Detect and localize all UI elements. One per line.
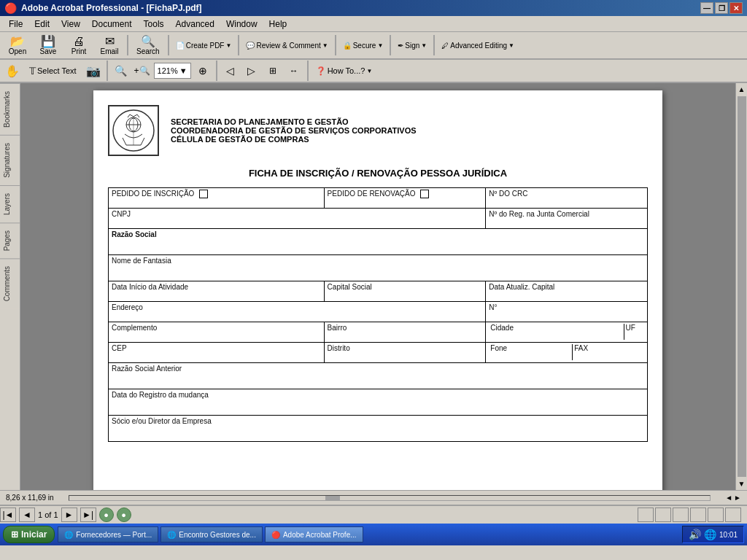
scroll-thumb[interactable] bbox=[738, 96, 746, 477]
separator-3 bbox=[238, 35, 239, 55]
scroll-up-btn[interactable]: ▲ bbox=[737, 84, 747, 95]
nav-square-2[interactable] bbox=[655, 508, 671, 522]
nav-square-1[interactable] bbox=[638, 508, 654, 522]
how-to-button[interactable]: ❓ How To...? ▼ bbox=[312, 59, 376, 82]
zoom-value: 121% bbox=[158, 66, 178, 75]
scroll-right-btn[interactable]: ► bbox=[734, 494, 741, 502]
zoom-in-button[interactable]: +🔍 bbox=[133, 62, 152, 79]
field-socio: Sócio e/ou Diretor da Empresa bbox=[109, 416, 648, 442]
scroll-left-btn[interactable]: ◄ bbox=[725, 494, 732, 502]
review-comment-button[interactable]: 💬 Review & Comment ▼ bbox=[242, 34, 331, 57]
checkbox-renovacao[interactable] bbox=[420, 190, 429, 198]
nav-square-6[interactable] bbox=[725, 508, 741, 522]
app-restore-btn[interactable]: ❐ bbox=[715, 2, 728, 14]
taskbar-item-2[interactable]: 🌐 Encontro Gestores de... bbox=[160, 526, 263, 542]
secure-button[interactable]: 🔒 Secure ▼ bbox=[339, 34, 387, 57]
menu-tools[interactable]: Tools bbox=[138, 18, 170, 31]
menu-window[interactable]: Window bbox=[220, 18, 263, 31]
app-icon: 🔴 bbox=[4, 2, 17, 14]
pdf-header: SECRETARIA DO PLANEJAMENTO E GESTÃO COOR… bbox=[108, 105, 648, 156]
separator-t2-1 bbox=[107, 61, 108, 81]
menu-advanced[interactable]: Advanced bbox=[170, 18, 220, 31]
create-pdf-button[interactable]: 📄 Create PDF ▼ bbox=[172, 34, 236, 57]
prev-page-button[interactable]: ◄ bbox=[19, 508, 35, 522]
open-button[interactable]: 📂 Open bbox=[3, 34, 32, 57]
start-button[interactable]: ⊞ Iniciar bbox=[3, 526, 55, 543]
tab-bookmarks[interactable]: Bookmarks bbox=[0, 83, 20, 135]
nav-circle-1[interactable]: ● bbox=[99, 508, 114, 522]
separator-t2-2 bbox=[216, 61, 217, 81]
app-minimize-btn[interactable]: — bbox=[700, 2, 713, 14]
email-button[interactable]: ✉ Email bbox=[95, 34, 124, 57]
search-button[interactable]: 🔍 Search bbox=[131, 34, 165, 57]
taskbar-item-3[interactable]: 🔴 Adobe Acrobat Profe... bbox=[265, 526, 363, 542]
field-cidade: Cidade bbox=[489, 324, 624, 340]
separator-4 bbox=[335, 35, 336, 55]
nav-square-5[interactable] bbox=[708, 508, 724, 522]
header-text: SECRETARIA DO PLANEJAMENTO E GESTÃO COOR… bbox=[171, 117, 417, 144]
field-pedido-inscricao: PEDIDO DE INSCRIÇÃO bbox=[109, 188, 325, 209]
title-bar: 🔴 Adobe Acrobat Professional - [FichaPJ.… bbox=[0, 0, 747, 16]
taskbar-icon-1: 🌐 bbox=[64, 531, 73, 539]
pdf-viewer[interactable]: SECRETARIA DO PLANEJAMENTO E GESTÃO COOR… bbox=[20, 83, 735, 490]
print-button[interactable]: 🖨 Print bbox=[64, 34, 93, 57]
app-close-btn[interactable]: ✕ bbox=[729, 2, 743, 14]
search-icon: 🔍 bbox=[141, 36, 155, 47]
scroll-handle[interactable] bbox=[325, 496, 340, 500]
taskbar-item-1[interactable]: 🌐 Fornecedores — Port... bbox=[58, 526, 158, 542]
zoom-fit-button[interactable]: ⊕ bbox=[193, 62, 212, 79]
menu-edit[interactable]: Edit bbox=[28, 18, 55, 31]
checkbox-inscricao[interactable] bbox=[199, 190, 208, 198]
scroll-down-btn[interactable]: ▼ bbox=[737, 478, 747, 489]
tray-icon-2: 🌐 bbox=[704, 529, 716, 540]
secondary-toolbar: ✋ 𝕋 Select Text 📷 🔍 +🔍 121% ▼ ⊕ ◁ ▷ ⊞ ↔ … bbox=[0, 60, 747, 83]
page-dimensions: 8,26 x 11,69 in bbox=[6, 494, 54, 502]
advanced-editing-button[interactable]: 🖊 Advanced Editing ▼ bbox=[438, 34, 518, 57]
form-title: FICHA DE INSCRIÇÃO / RENOVAÇÃO PESSOA JU… bbox=[108, 168, 648, 179]
save-button[interactable]: 💾 Save bbox=[34, 34, 63, 57]
field-data-inicio: Data Início da Atividade bbox=[109, 281, 325, 302]
page-prev-button[interactable]: ◁ bbox=[221, 62, 240, 79]
nav-circle-2[interactable]: ● bbox=[117, 508, 131, 522]
fit-width-button[interactable]: ↔ bbox=[285, 62, 303, 79]
horizontal-scrollbar[interactable] bbox=[69, 495, 711, 501]
last-page-button[interactable]: ►| bbox=[80, 508, 96, 522]
menu-help[interactable]: Help bbox=[263, 18, 293, 31]
sign-button[interactable]: ✒ Sign ▼ bbox=[394, 34, 430, 57]
zoom-out-button[interactable]: 🔍 bbox=[112, 62, 131, 79]
field-razao-social: Razão Social bbox=[109, 229, 648, 255]
secure-arrow: ▼ bbox=[377, 42, 383, 49]
nav-square-3[interactable] bbox=[673, 508, 689, 522]
menu-bar: File Edit View Document Tools Advanced W… bbox=[0, 16, 747, 32]
form-table: PEDIDO DE INSCRIÇÃO PEDIDO DE RENOVAÇÃO … bbox=[108, 187, 648, 442]
advanced-editing-arrow: ▼ bbox=[508, 42, 514, 49]
tab-signatures[interactable]: Signatures bbox=[0, 135, 20, 185]
taskbar-icon-3: 🔴 bbox=[271, 531, 280, 539]
separator-1 bbox=[127, 35, 128, 55]
how-to-icon: ❓ bbox=[316, 66, 326, 76]
separator-2 bbox=[168, 35, 169, 55]
nav-bar: |◄ ◄ 1 of 1 ► ►| ● ● bbox=[0, 505, 747, 524]
next-page-button[interactable]: ► bbox=[61, 508, 77, 522]
separator-6 bbox=[433, 35, 435, 55]
tab-comments[interactable]: Comments bbox=[0, 258, 20, 308]
save-icon: 💾 bbox=[41, 36, 55, 47]
nav-square-4[interactable] bbox=[690, 508, 706, 522]
fit-page-button[interactable]: ⊞ bbox=[263, 62, 282, 79]
tab-layers[interactable]: Layers bbox=[0, 185, 20, 222]
first-page-button[interactable]: |◄ bbox=[0, 508, 16, 522]
menu-file[interactable]: File bbox=[3, 18, 28, 31]
select-text-button[interactable]: 𝕋 Select Text bbox=[24, 62, 82, 79]
camera-tool-button[interactable]: 📷 bbox=[84, 62, 103, 79]
zoom-control[interactable]: 121% ▼ bbox=[154, 63, 191, 79]
print-icon: 🖨 bbox=[73, 36, 85, 47]
hand-tool-button[interactable]: ✋ bbox=[3, 62, 22, 79]
menu-view[interactable]: View bbox=[55, 18, 86, 31]
field-fone-fax: Fone FAX bbox=[486, 343, 648, 363]
page-next-button[interactable]: ▷ bbox=[242, 62, 261, 79]
email-icon: ✉ bbox=[105, 36, 115, 47]
menu-document[interactable]: Document bbox=[86, 18, 138, 31]
vertical-scrollbar[interactable]: ▲ ▼ bbox=[735, 83, 747, 490]
tab-pages[interactable]: Pages bbox=[0, 222, 20, 258]
field-capital-social: Capital Social bbox=[324, 281, 486, 302]
